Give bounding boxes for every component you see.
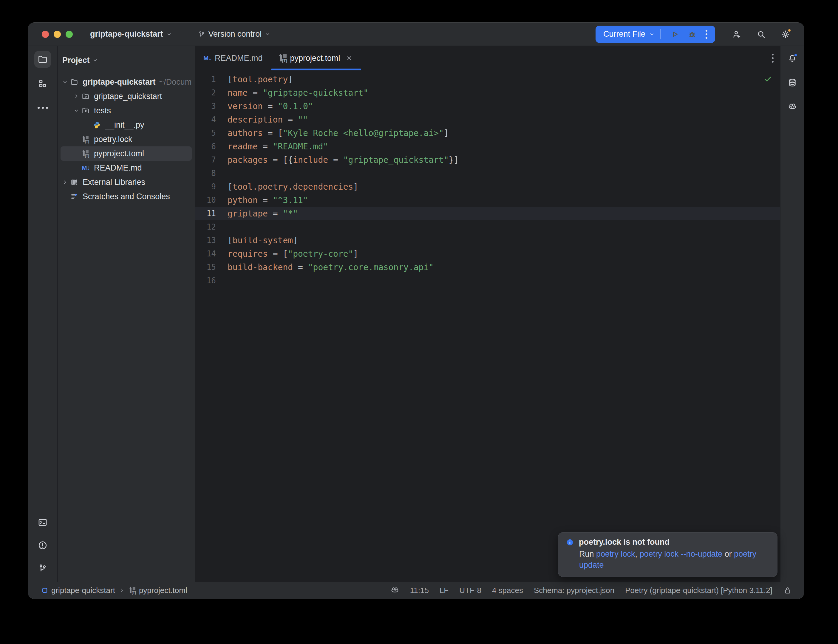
status-widget[interactable]: Schema: pyproject.json xyxy=(534,586,615,595)
breadcrumb-item[interactable]: [T]pyproject.toml xyxy=(129,586,187,595)
project-widget[interactable]: griptape-quickstart xyxy=(90,30,172,39)
tree-item-readme-md[interactable]: M↓README.md xyxy=(61,161,192,175)
ai-assistant-icon xyxy=(788,102,797,112)
status-widget[interactable]: 4 spaces xyxy=(492,586,523,595)
tab-options-button[interactable] xyxy=(772,54,774,62)
status-bar-widgets: 11:15LFUTF-84 spacesSchema: pyproject.js… xyxy=(390,586,792,595)
code-text: [tool.poetry] xyxy=(225,73,293,86)
tree-item-pyproject-toml[interactable]: [T]pyproject.toml xyxy=(61,146,192,161)
tab-readme[interactable]: M↓ README.md xyxy=(195,46,271,71)
more-tool-windows-button[interactable] xyxy=(34,99,51,116)
tree-item-path: ~/Docume xyxy=(159,77,192,87)
notification-title: poetry.lock is not found xyxy=(579,537,669,547)
chevron-down-icon[interactable] xyxy=(72,107,81,114)
line-number: 16 xyxy=(195,274,225,288)
close-icon[interactable] xyxy=(346,54,353,62)
tree-item-poetry-lock[interactable]: [T]poetry.lock xyxy=(61,132,192,146)
notification-body: Run poetry lock, poetry lock --no-update… xyxy=(579,549,769,571)
run-config-selector[interactable]: Current File xyxy=(603,30,645,39)
ai-assistant-button[interactable] xyxy=(784,99,801,115)
code-line-15[interactable]: 15build-backend = "poetry.core.masonry.a… xyxy=(195,261,780,274)
chevron-right-icon[interactable] xyxy=(72,93,81,100)
left-toolbar xyxy=(28,46,58,582)
code-text: description = "" xyxy=(225,113,308,127)
project-tool-button[interactable] xyxy=(34,51,51,68)
code-line-14[interactable]: 14requires = ["poetry-core"] xyxy=(195,247,780,261)
code-line-1[interactable]: 1[tool.poetry] xyxy=(195,73,780,86)
notifications-button[interactable] xyxy=(784,50,801,67)
git-branch-icon xyxy=(198,30,205,38)
notification-link[interactable]: poetry lock --no-update xyxy=(640,549,723,559)
line-number: 11 xyxy=(195,207,225,220)
maximize-window-button[interactable] xyxy=(66,31,73,38)
run-more-button[interactable] xyxy=(706,30,707,39)
settings-notification-badge xyxy=(787,28,792,33)
search-everywhere-icon[interactable] xyxy=(756,30,766,39)
code-line-4[interactable]: 4description = "" xyxy=(195,113,780,127)
right-toolbar xyxy=(780,46,804,582)
writable-status-icon[interactable] xyxy=(783,586,792,595)
status-widget[interactable]: Poetry (griptape-quickstart) [Python 3.1… xyxy=(625,586,772,595)
chevron-down-icon[interactable] xyxy=(61,79,69,85)
scratches-icon xyxy=(71,192,78,200)
notification-link[interactable]: poetry lock xyxy=(596,549,635,559)
minimize-window-button[interactable] xyxy=(54,31,61,38)
chevron-down-icon xyxy=(265,31,271,37)
status-widget[interactable]: LF xyxy=(440,586,449,595)
code-line-10[interactable]: 10python = "^3.11" xyxy=(195,194,780,207)
vcs-tool-button[interactable] xyxy=(34,560,51,577)
toml-icon: [T] xyxy=(82,136,89,143)
code-line-11[interactable]: 11griptape = "*" xyxy=(195,207,780,220)
project-panel-header[interactable]: Project xyxy=(58,46,195,74)
problems-tool-button[interactable] xyxy=(34,537,51,554)
tree-item-tests[interactable]: tests xyxy=(61,104,192,118)
settings-button[interactable] xyxy=(781,30,790,39)
structure-tool-button[interactable] xyxy=(34,75,51,92)
chevron-right-icon[interactable] xyxy=(61,179,69,186)
line-number: 6 xyxy=(195,140,225,153)
debug-button[interactable] xyxy=(688,30,697,39)
breadcrumb: griptape-quickstart[T]pyproject.toml xyxy=(41,586,187,595)
editor-zone: M↓ README.md [T] pyproject.toml 1[tool.p… xyxy=(195,46,780,582)
code-line-3[interactable]: 3version = "0.1.0" xyxy=(195,100,780,113)
chevron-down-icon xyxy=(166,31,172,37)
project-widget-label: griptape-quickstart xyxy=(90,30,163,39)
tree-item-label: tests xyxy=(94,106,111,115)
status-widget[interactable]: UTF-8 xyxy=(459,586,481,595)
inspections-ok-icon[interactable] xyxy=(764,74,772,84)
breadcrumb-label: griptape-quickstart xyxy=(51,586,115,595)
run-button[interactable] xyxy=(670,30,679,39)
terminal-tool-button[interactable] xyxy=(34,514,51,531)
chevron-down-icon[interactable] xyxy=(649,31,655,37)
code-editor[interactable]: 1[tool.poetry]2name = "griptape-quicksta… xyxy=(195,71,780,582)
toml-icon: [T] xyxy=(279,54,287,62)
code-line-7[interactable]: 7packages = [{include = "griptape_quicks… xyxy=(195,153,780,167)
tree-item-griptape-quickstart[interactable]: griptape_quickstart xyxy=(61,89,192,104)
breadcrumb-separator-icon xyxy=(119,587,125,593)
tab-pyproject[interactable]: [T] pyproject.toml xyxy=(271,46,361,71)
folder-icon xyxy=(82,92,89,100)
code-line-9[interactable]: 9[tool.poetry.dependencies] xyxy=(195,180,780,194)
line-number: 2 xyxy=(195,86,225,100)
code-line-8[interactable]: 8 xyxy=(195,167,780,180)
code-line-6[interactable]: 6readme = "README.md" xyxy=(195,140,780,153)
vcs-widget[interactable]: Version control xyxy=(198,30,271,39)
titlebar-actions xyxy=(732,30,790,39)
code-line-2[interactable]: 2name = "griptape-quickstart" xyxy=(195,86,780,100)
code-with-me-icon[interactable] xyxy=(732,30,741,39)
vcs-widget-label: Version control xyxy=(209,30,262,39)
close-window-button[interactable] xyxy=(42,31,49,38)
tree-item-griptape-quickstart[interactable]: griptape-quickstart~/Docume xyxy=(61,75,192,89)
tree-item-scratches-and-consoles[interactable]: Scratches and Consoles xyxy=(61,189,192,204)
ai-assistant-status-icon[interactable] xyxy=(390,586,399,595)
code-line-16[interactable]: 16 xyxy=(195,274,780,288)
code-text: packages = [{include = "griptape_quickst… xyxy=(225,153,458,167)
breadcrumb-item[interactable]: griptape-quickstart xyxy=(41,586,115,595)
code-line-5[interactable]: 5authors = ["Kyle Roche <hello@griptape.… xyxy=(195,127,780,140)
code-line-12[interactable]: 12 xyxy=(195,220,780,234)
database-tool-button[interactable] xyxy=(784,74,801,91)
status-widget[interactable]: 11:15 xyxy=(410,586,429,595)
tree-item--init-py[interactable]: __init__.py xyxy=(61,118,192,132)
tree-item-external-libraries[interactable]: External Libraries xyxy=(61,175,192,189)
code-line-13[interactable]: 13[build-system] xyxy=(195,234,780,247)
